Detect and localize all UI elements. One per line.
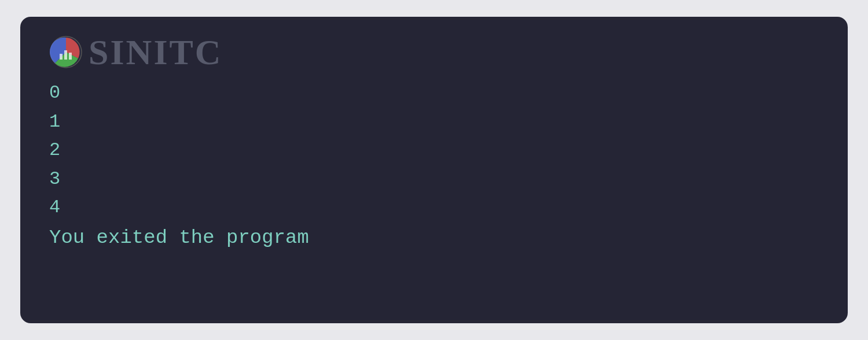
output-line-0: 0: [49, 79, 819, 108]
exit-message: You exited the program: [49, 227, 819, 249]
logo-area: SINITC: [49, 34, 819, 70]
logo-title: SINITC: [89, 34, 223, 70]
output-line-4: 4: [49, 193, 819, 222]
logo-icon: [49, 35, 83, 69]
svg-rect-1: [60, 54, 62, 60]
svg-rect-3: [69, 53, 72, 60]
terminal-window: SINITC 0 1 2 3 4 You exited the program: [20, 17, 848, 323]
svg-rect-2: [64, 50, 67, 60]
terminal-output: 0 1 2 3 4: [49, 79, 819, 222]
output-line-3: 3: [49, 165, 819, 194]
output-line-2: 2: [49, 136, 819, 165]
output-line-1: 1: [49, 108, 819, 136]
